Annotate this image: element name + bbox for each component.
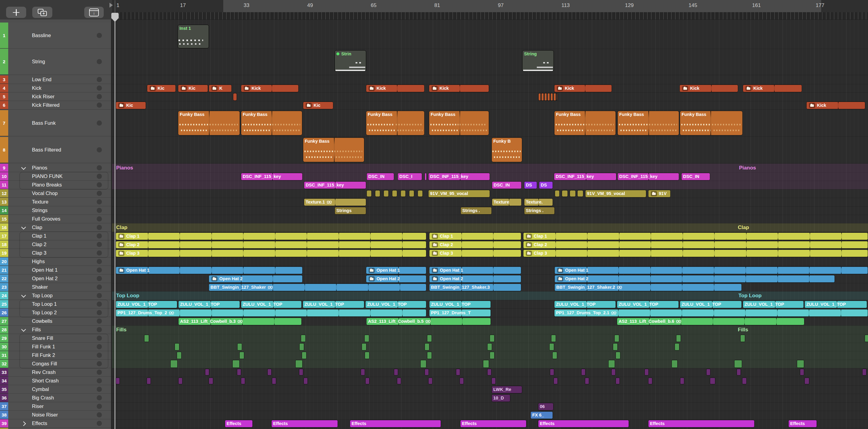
mute-dot[interactable]	[97, 378, 102, 384]
region-olive[interactable]	[570, 190, 576, 197]
region-purp[interactable]	[361, 369, 365, 375]
region-fillg[interactable]	[552, 352, 557, 359]
region-fillg[interactable]	[613, 343, 618, 350]
region-strings-[interactable]: Strings .	[461, 207, 492, 214]
region-fillg[interactable]	[616, 352, 620, 359]
region-kick[interactable]: Kick	[743, 85, 802, 92]
region-purp[interactable]	[710, 377, 715, 384]
region-purp[interactable]	[299, 369, 303, 375]
region-pp1-127-drums-top-2-1[interactable]: PP1_127_Drums_Top_2.1OO	[554, 309, 868, 317]
track-row-40[interactable]: 40	[0, 428, 111, 429]
track-row-snare-fill[interactable]: 29Snare Fill	[0, 334, 111, 343]
mute-dot[interactable]	[97, 310, 102, 315]
region-pink[interactable]	[425, 173, 427, 180]
region-fillg[interactable]	[362, 343, 367, 350]
region-fillg[interactable]	[175, 343, 180, 350]
region-purp[interactable]	[492, 377, 496, 384]
region-funky-bass[interactable]: Funky Bass	[554, 111, 616, 135]
mute-dot[interactable]	[97, 259, 102, 264]
region-fillg[interactable]	[490, 335, 495, 342]
mute-dot[interactable]	[97, 387, 102, 392]
region-kick[interactable]: Kick	[679, 85, 738, 92]
region-kick[interactable]: Kick	[366, 85, 425, 92]
region-fillg[interactable]	[487, 343, 492, 350]
mute-dot[interactable]	[97, 182, 102, 187]
region-effects[interactable]: Effects	[225, 420, 253, 427]
mute-dot[interactable]	[97, 147, 102, 152]
region-clap-1[interactable]: Clap 1	[523, 233, 868, 240]
region-strings-[interactable]: Strings .	[524, 207, 555, 214]
region-dsc-inf-115-key[interactable]: DSC_INF_115_key	[428, 173, 490, 180]
track-row-bass-filtered[interactable]: 8Bass Filtered	[0, 137, 111, 163]
region-purp[interactable]	[116, 377, 120, 384]
region-string[interactable]: String	[522, 50, 554, 71]
region-funky-bass[interactable]: Funky Bass	[241, 111, 302, 135]
region-fillg[interactable]	[676, 335, 681, 342]
region-zulu-vol-1-top[interactable]: ZULU_VOL_1_TOP	[804, 301, 867, 308]
region-olive[interactable]	[392, 190, 397, 197]
track-row-texture[interactable]: 13Texture	[0, 198, 111, 206]
region-dsc-in[interactable]: DSC_IN	[367, 173, 394, 180]
region-olive[interactable]	[367, 190, 372, 197]
mute-dot[interactable]	[97, 225, 102, 230]
mute-dot[interactable]	[97, 199, 102, 205]
region-zulu-vol-1-top[interactable]: ZULU_VOL_1_TOP	[116, 301, 177, 308]
region-strings[interactable]: Strings	[335, 207, 366, 214]
region-strin[interactable]: Strin	[335, 50, 366, 71]
region-fillg[interactable]	[427, 352, 432, 359]
region-effects[interactable]: Effects	[648, 420, 754, 427]
region-fillg[interactable]	[232, 360, 240, 368]
track-row-short-crash[interactable]: 34Short Crash	[0, 377, 111, 385]
track-row-fill-funk-2[interactable]: 31Fill Funk 2	[0, 351, 111, 360]
track-row-clap[interactable]: 16Clap	[0, 223, 111, 232]
region-fillg[interactable]	[675, 343, 679, 350]
region-fillg[interactable]	[734, 360, 742, 368]
region-purp[interactable]	[862, 369, 866, 375]
track-row-open-hat-2[interactable]: 22Open Hat 2	[0, 274, 111, 283]
region-funky-bass[interactable]: Funky Bass	[178, 111, 240, 135]
mute-dot[interactable]	[97, 302, 102, 307]
track-row-congas-fill[interactable]: 32Congas Fill	[0, 360, 111, 368]
chevron-down-icon[interactable]	[21, 327, 26, 332]
mute-dot[interactable]	[97, 77, 102, 82]
region-purp[interactable]	[645, 369, 649, 375]
region-purp[interactable]	[616, 377, 620, 384]
region-funky-bass[interactable]: Funky Bass	[617, 111, 679, 135]
region-effects[interactable]: Effects	[788, 420, 817, 427]
region-olive[interactable]	[409, 190, 414, 197]
region-kick[interactable]: Kick	[429, 85, 489, 92]
region-fillg[interactable]	[740, 335, 745, 342]
region-purp[interactable]	[585, 377, 589, 384]
region-olive[interactable]	[562, 190, 568, 197]
region-inst-1[interactable]: Inst 1	[178, 25, 209, 49]
track-row-riser[interactable]: 37Riser	[0, 402, 111, 411]
region-purp[interactable]	[205, 369, 209, 375]
track-row-piano-funk[interactable]: 10PIANO FUNK	[0, 172, 111, 181]
region-open-hat-2[interactable]: Open Hat 2	[209, 275, 303, 283]
chevron-down-icon[interactable]	[21, 293, 26, 298]
track-row-pianos[interactable]: 9Pianos	[0, 164, 111, 172]
region-clap-2[interactable]: Clap 2	[116, 241, 426, 249]
mute-dot[interactable]	[97, 216, 102, 221]
region-kic[interactable]: Kic	[116, 102, 146, 109]
region-91v-vm-95-vocal[interactable]: 91V_VM_95_vocal	[428, 190, 490, 197]
region-fillg[interactable]	[490, 352, 495, 359]
region-purp[interactable]	[397, 377, 401, 384]
region-funky-b[interactable]: Funky B	[492, 137, 522, 162]
region-purp[interactable]	[237, 369, 241, 375]
track-row-cymbal[interactable]: 35Cymbal	[0, 385, 111, 394]
region-fillg[interactable]	[425, 343, 429, 350]
region-olive[interactable]	[401, 190, 406, 197]
region-clap-3[interactable]: Clap 3	[429, 249, 521, 257]
mute-dot[interactable]	[97, 94, 102, 99]
region-dsc-inf-115-key[interactable]: DSC_INF_115_key	[617, 173, 679, 180]
region-clap-1[interactable]: Clap 1	[116, 233, 426, 240]
region-fillg[interactable]	[301, 335, 306, 342]
duplicate-track-button[interactable]: +	[32, 7, 52, 18]
track-row-rev-crash[interactable]: 33Rev Crash	[0, 368, 111, 377]
region-clap-3[interactable]: Clap 3	[523, 249, 868, 257]
region-olive[interactable]	[383, 190, 389, 197]
track-row-top-loop-2[interactable]: 26Top Loop 2	[0, 308, 111, 317]
mute-dot[interactable]	[97, 174, 102, 179]
region-purp[interactable]	[800, 369, 804, 375]
